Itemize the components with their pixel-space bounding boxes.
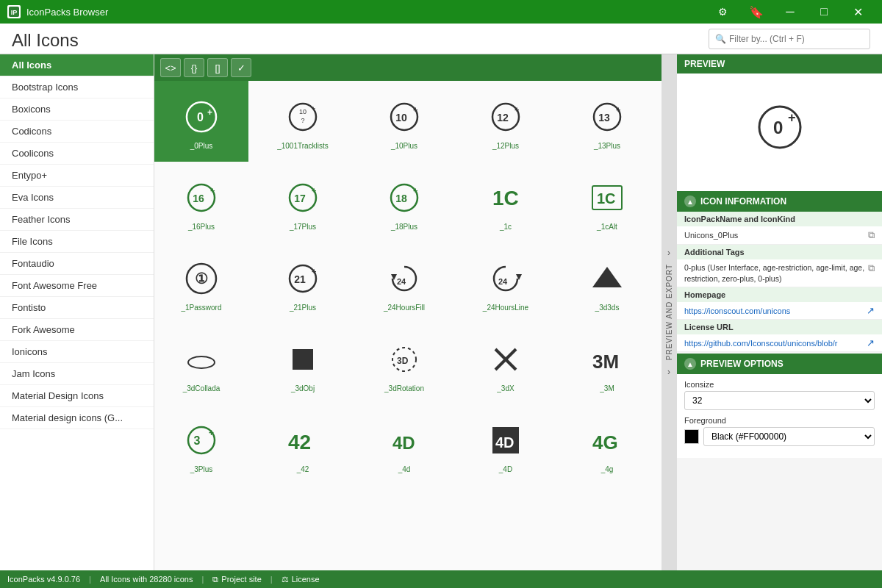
svg-text:+: + bbox=[210, 186, 215, 195]
icon-cell-17plus[interactable]: 17 + _17Plus bbox=[256, 162, 350, 243]
sidebar-item-feather[interactable]: Feather Icons bbox=[0, 209, 154, 231]
icon-cell-1001tracklists[interactable]: 10 ? + _1001Tracklists bbox=[256, 81, 350, 162]
icon-cell-4D[interactable]: 4D _4D bbox=[459, 404, 553, 485]
license-link[interactable]: ⚖ License bbox=[282, 575, 320, 584]
sidebar-item-eva[interactable]: Eva Icons bbox=[0, 187, 154, 209]
bookmark-button[interactable]: 🔖 bbox=[739, 0, 773, 24]
icon-img-3plus: 3 + bbox=[184, 420, 219, 461]
icon-cell-24hoursfill[interactable]: 24 _24HoursFill bbox=[357, 243, 451, 323]
toolbar-code-btn[interactable]: <> bbox=[160, 58, 181, 77]
sidebar-item-entypo[interactable]: Entypo+ bbox=[0, 165, 154, 187]
foreground-color-row: Black (#FF000000) bbox=[684, 427, 875, 446]
sidebar-item-material-g[interactable]: Material design icons (G... bbox=[0, 407, 154, 429]
pack-name-value: Unicons_0Plus bbox=[684, 231, 738, 240]
sidebar-item-coolicons[interactable]: Coolicons bbox=[0, 143, 154, 165]
icon-cell-24hoursline[interactable]: 24 _24HoursLine bbox=[459, 243, 553, 323]
sidebar-item-all-icons[interactable]: All Icons bbox=[0, 54, 154, 76]
icon-cell-4g[interactable]: 4G _4g bbox=[560, 404, 654, 485]
sidebar-item-fontawesome[interactable]: Font Awesome Free bbox=[0, 275, 154, 297]
window-controls: ⚙ 🔖 ─ □ ✕ bbox=[706, 0, 875, 24]
search-input[interactable] bbox=[729, 34, 864, 44]
icon-cell-4d[interactable]: 4D _4d bbox=[357, 404, 451, 485]
toolbar-json-btn[interactable]: {} bbox=[184, 58, 204, 77]
icon-cell-0plus[interactable]: 0 + _0Plus bbox=[154, 81, 248, 162]
foreground-select[interactable]: Black (#FF000000) bbox=[703, 427, 875, 446]
icon-cell-3d3ds[interactable]: _3d3ds bbox=[560, 243, 654, 323]
icon-cell-3m[interactable]: 3M _3M bbox=[560, 323, 654, 404]
icon-cell-3plus[interactable]: 3 + _3Plus bbox=[154, 404, 248, 485]
svg-text:+: + bbox=[514, 105, 519, 114]
homepage-value-row: https://iconscout.com/unicons ↗ bbox=[677, 302, 882, 320]
status-bar: IconPacks v4.9.0.76 | All Icons with 282… bbox=[0, 570, 882, 588]
app-title: IconPacks Browser bbox=[26, 7, 706, 18]
page-title: All Icons bbox=[12, 30, 79, 51]
icon-cell-3dcollada[interactable]: _3dCollada bbox=[154, 323, 248, 404]
icon-cell-21plus[interactable]: 21 + _21Plus bbox=[256, 243, 350, 323]
icon-cell-1c[interactable]: 1C _1c bbox=[459, 162, 553, 243]
icon-cell-16plus[interactable]: 16 + _16Plus bbox=[154, 162, 248, 243]
sidebar-item-jam[interactable]: Jam Icons bbox=[0, 363, 154, 385]
icon-img-17plus: 17 + bbox=[285, 177, 320, 218]
project-site-link[interactable]: ⧉ Project site bbox=[212, 575, 261, 584]
status-divider-2: | bbox=[202, 575, 204, 584]
iconsize-select[interactable]: 32 16 24 48 64 128 bbox=[684, 391, 875, 410]
close-button[interactable]: ✕ bbox=[841, 0, 875, 24]
open-license-btn[interactable]: ↗ bbox=[867, 337, 875, 348]
sidebar-item-forkawesome[interactable]: Fork Awesome bbox=[0, 319, 154, 341]
foreground-color-swatch[interactable] bbox=[684, 429, 699, 444]
main-layout: All Icons Bootstrap Icons Boxicons Codic… bbox=[0, 54, 882, 570]
icon-cell-13plus[interactable]: 13 + _13Plus bbox=[560, 81, 654, 162]
main-content: <> {} [] ✓ 0 + _0Plus bbox=[154, 54, 662, 570]
icon-cell-1password[interactable]: ① _1Password bbox=[154, 243, 248, 323]
settings-button[interactable]: ⚙ bbox=[706, 0, 739, 24]
icon-grid-container[interactable]: 0 + _0Plus 10 ? + bbox=[154, 81, 662, 570]
svg-text:0: 0 bbox=[773, 118, 783, 137]
icon-toolbar: <> {} [] ✓ bbox=[154, 54, 662, 81]
icon-name-16plus: _16Plus bbox=[188, 223, 215, 231]
toolbar-check-btn[interactable]: ✓ bbox=[231, 58, 251, 77]
icon-name-1calt: _1cAlt bbox=[597, 223, 617, 231]
sidebar-item-material[interactable]: Material Design Icons bbox=[0, 385, 154, 407]
sidebar-item-file[interactable]: File Icons bbox=[0, 231, 154, 253]
collapse-options-btn[interactable]: ▲ bbox=[684, 358, 696, 370]
sidebar-item-fontisto[interactable]: Fontisto bbox=[0, 297, 154, 319]
sidebar-item-fontaudio[interactable]: Fontaudio bbox=[0, 253, 154, 275]
icon-name-17plus: _17Plus bbox=[290, 223, 316, 231]
icon-name-3dcollada: _3dCollada bbox=[183, 384, 220, 392]
homepage-value: https://iconscout.com/unicons bbox=[684, 306, 790, 315]
minimize-button[interactable]: ─ bbox=[773, 0, 807, 24]
svg-text:IP: IP bbox=[11, 9, 18, 16]
svg-text:+: + bbox=[209, 428, 214, 438]
icon-cell-10plus[interactable]: 10 + _10Plus bbox=[357, 81, 451, 162]
open-homepage-btn[interactable]: ↗ bbox=[867, 305, 875, 316]
icon-cell-3drotation[interactable]: 3D _3dRotation bbox=[357, 323, 451, 404]
icon-info-header: ▲ ICON INFORMATION bbox=[677, 191, 882, 212]
license-value: https://github.com/Iconscout/unicons/blo… bbox=[684, 339, 838, 348]
maximize-button[interactable]: □ bbox=[807, 0, 841, 24]
svg-text:4D: 4D bbox=[495, 434, 514, 451]
svg-text:4D: 4D bbox=[392, 433, 415, 453]
status-divider-1: | bbox=[89, 575, 91, 584]
copy-tags-btn[interactable]: ⧉ bbox=[868, 262, 875, 274]
project-site-label: Project site bbox=[221, 575, 261, 584]
icon-cell-12plus[interactable]: 12 + _12Plus bbox=[459, 81, 553, 162]
sidebar-item-codicons[interactable]: Codicons bbox=[0, 121, 154, 143]
pack-name-label: IconPackName and IconKind bbox=[677, 212, 882, 226]
copy-pack-name-btn[interactable]: ⧉ bbox=[868, 229, 875, 241]
icon-img-1password: ① bbox=[184, 258, 219, 299]
icon-name-18plus: _18Plus bbox=[391, 223, 417, 231]
svg-text:16: 16 bbox=[193, 193, 204, 204]
sidebar-item-bootstrap[interactable]: Bootstrap Icons bbox=[0, 76, 154, 98]
icon-cell-1calt[interactable]: 1C _1cAlt bbox=[560, 162, 654, 243]
icon-cell-3dx[interactable]: _3dX bbox=[459, 323, 553, 404]
icon-img-3d3ds bbox=[589, 258, 625, 299]
toolbar-array-btn[interactable]: [] bbox=[207, 58, 228, 77]
collapse-info-btn[interactable]: ▲ bbox=[684, 196, 696, 207]
svg-text:4G: 4G bbox=[592, 431, 618, 453]
icon-cell-3dobj[interactable]: _3dObj bbox=[256, 323, 350, 404]
icon-cell-42[interactable]: 42 _42 bbox=[256, 404, 350, 485]
icon-cell-18plus[interactable]: 18 + _18Plus bbox=[357, 162, 451, 243]
expand-panel[interactable]: › PREVIEW AND EXPORT › bbox=[662, 54, 676, 570]
sidebar-item-ionicons[interactable]: Ionicons bbox=[0, 341, 154, 363]
sidebar-item-boxicons[interactable]: Boxicons bbox=[0, 98, 154, 121]
